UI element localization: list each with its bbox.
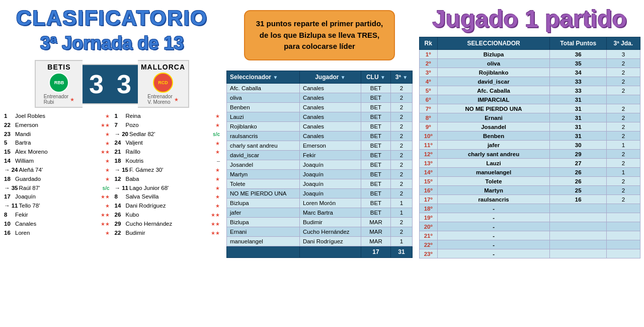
mallorca-players-col: 1Reina★7Pozo★→ 20Sedlar 82's/c24Valjent★… bbox=[115, 112, 220, 237]
player-num: 24 bbox=[115, 139, 125, 148]
player-stars: ★ bbox=[211, 166, 220, 174]
rank-name: Bizlupa bbox=[437, 50, 550, 59]
table-row: 18º- bbox=[419, 204, 640, 213]
player-name: Aleñá 74' bbox=[19, 166, 100, 175]
table-row: 7ºNO ME PIERDO UNA312 bbox=[419, 104, 640, 113]
table-row: 23º- bbox=[419, 249, 640, 258]
list-item: → 35Raúl 87's/c bbox=[4, 184, 110, 193]
player-num: 14 bbox=[4, 157, 14, 166]
table-row: 17ºraulsancris162 bbox=[419, 195, 640, 204]
rank-name: - bbox=[437, 222, 550, 231]
player-extra: s/c bbox=[213, 130, 220, 139]
rank-name: Lauzi bbox=[437, 159, 550, 168]
player-num: 15 bbox=[4, 148, 14, 157]
player-stars: ★ bbox=[101, 175, 110, 183]
rank-name: jafer bbox=[437, 141, 550, 150]
rank-name: Martyn bbox=[437, 186, 550, 195]
rank-name: Josandel bbox=[437, 122, 550, 132]
table-row: MartynJoaquínBET2 bbox=[227, 169, 413, 179]
list-item: → 24Aleñá 74'★ bbox=[4, 166, 110, 175]
player-num: → 11 bbox=[4, 202, 18, 211]
table-row: 16ºMartyn252 bbox=[419, 186, 640, 195]
player-stars: ★ bbox=[211, 121, 220, 129]
rank-number: 13º bbox=[424, 160, 433, 166]
player-name: Raíllo bbox=[126, 148, 210, 157]
rank-number: 11º bbox=[424, 142, 433, 148]
player-num: 21 bbox=[115, 148, 125, 157]
away-team-name: MALLORCA bbox=[141, 63, 185, 71]
info-box: 31 puntos reparte el primer partido, de … bbox=[244, 10, 395, 60]
table-row: 10ºBenben312 bbox=[419, 132, 640, 141]
player-name: Joel Robles bbox=[15, 112, 100, 121]
player-name: Loren bbox=[15, 229, 100, 238]
table-row: jaferMarc BartraBET1 bbox=[227, 208, 413, 217]
list-item: 26Kubo★★ bbox=[115, 211, 220, 220]
player-name: Pozo bbox=[126, 121, 210, 130]
table-row: 1ºBizlupa363 bbox=[419, 50, 640, 59]
away-coach-label: EntrenadorV. Moreno bbox=[147, 94, 172, 105]
match-container: BETIS RBB EntrenadorRubi ★ 3 3 MALLORCA … bbox=[0, 60, 224, 108]
list-item: 7Pozo★ bbox=[115, 121, 220, 130]
rank-number: 17º bbox=[424, 197, 433, 203]
col-jda: 3ª ▼ bbox=[390, 71, 412, 83]
table-footer-row: 1731 bbox=[227, 246, 413, 257]
player-num: 14 bbox=[115, 202, 125, 211]
table-row: BizlupaBudimirMAR2 bbox=[227, 217, 413, 227]
list-item: 8Fekir★★ bbox=[4, 211, 110, 220]
rank-number: 2º bbox=[426, 60, 431, 67]
rank-name: david_iscar bbox=[437, 77, 550, 86]
player-stars: ★ bbox=[211, 193, 220, 201]
table-row: ErnaniCucho HernándezMAR2 bbox=[227, 227, 413, 236]
rank-col-pts: Total Puntos bbox=[550, 37, 607, 50]
list-item: 22Emerson★★ bbox=[4, 121, 110, 130]
player-name: Fekir bbox=[15, 211, 100, 220]
player-name: Guardado bbox=[15, 175, 100, 184]
player-stars: ★★ bbox=[101, 220, 110, 228]
rank-number: 23º bbox=[424, 251, 433, 257]
list-item: 17Joaquín★★ bbox=[4, 192, 110, 202]
betis-players-col: 1Joel Robles★22Emerson★★23Mandi★5Bartra★… bbox=[4, 112, 110, 237]
player-num: 26 bbox=[115, 211, 125, 220]
rank-name: charly sant andreu bbox=[437, 150, 550, 159]
player-stars: ★ bbox=[211, 112, 220, 120]
list-item: 1Joel Robles★ bbox=[4, 112, 110, 121]
table-row: manuelangelDani RodríguezMAR1 bbox=[227, 236, 413, 246]
table-row: raulsancrisCanalesBET2 bbox=[227, 131, 413, 141]
rank-name: manuelangel bbox=[437, 168, 550, 177]
left-section: CLASIFICATORIO 3ª Jornada de 13 BETIS RB… bbox=[0, 0, 224, 327]
rank-number: 18º bbox=[424, 206, 433, 212]
home-coach-star: ★ bbox=[70, 97, 74, 102]
player-stars: ★★ bbox=[211, 229, 220, 237]
right-section: Jugado 1 partido Rk SELECCIONADOR Total … bbox=[415, 0, 644, 327]
table-row: 3ºRojiblanko342 bbox=[419, 68, 640, 77]
rank-number: 21º bbox=[424, 233, 433, 239]
player-name: Salva Sevilla bbox=[126, 192, 210, 202]
list-item: → 20Sedlar 82's/c bbox=[115, 130, 220, 139]
table-row: david_iscarFekirBET2 bbox=[227, 150, 413, 160]
player-stars: ★★ bbox=[101, 148, 110, 156]
player-name: Koutris bbox=[126, 157, 216, 166]
home-score: 3 bbox=[83, 64, 110, 104]
player-stars: ★ bbox=[211, 202, 220, 210]
rank-number: 6º bbox=[426, 97, 431, 103]
table-row: 20º- bbox=[419, 222, 640, 231]
rank-col-rk: Rk bbox=[419, 37, 437, 50]
table-row: 12ºcharly sant andreu292 bbox=[419, 150, 640, 159]
table-row: Afc. CaballaCanalesBET2 bbox=[227, 83, 413, 93]
player-name: Raúl 87' bbox=[19, 184, 102, 193]
table-row: 22º- bbox=[419, 240, 640, 249]
rank-number: 19º bbox=[424, 215, 433, 221]
clasificatorio-title: CLASIFICATORIO bbox=[0, 6, 224, 30]
ranking-header-row: Rk SELECCIONADOR Total Puntos 3ª Jda. bbox=[419, 37, 640, 50]
player-name: Joaquín bbox=[15, 192, 100, 202]
home-coach: EntrenadorRubi ★ bbox=[44, 94, 74, 105]
player-num: 29 bbox=[115, 220, 125, 229]
player-name: Tello 78' bbox=[19, 202, 100, 211]
table-row: 21º- bbox=[419, 231, 640, 240]
list-item: → 11Tello 78'★ bbox=[4, 202, 110, 211]
middle-section: 31 puntos reparte el primer partido, de … bbox=[224, 0, 415, 327]
player-num: → 24 bbox=[4, 166, 18, 175]
player-name: Bartra bbox=[15, 139, 100, 148]
player-num: → 20 bbox=[115, 130, 129, 139]
player-num: 18 bbox=[115, 157, 125, 166]
